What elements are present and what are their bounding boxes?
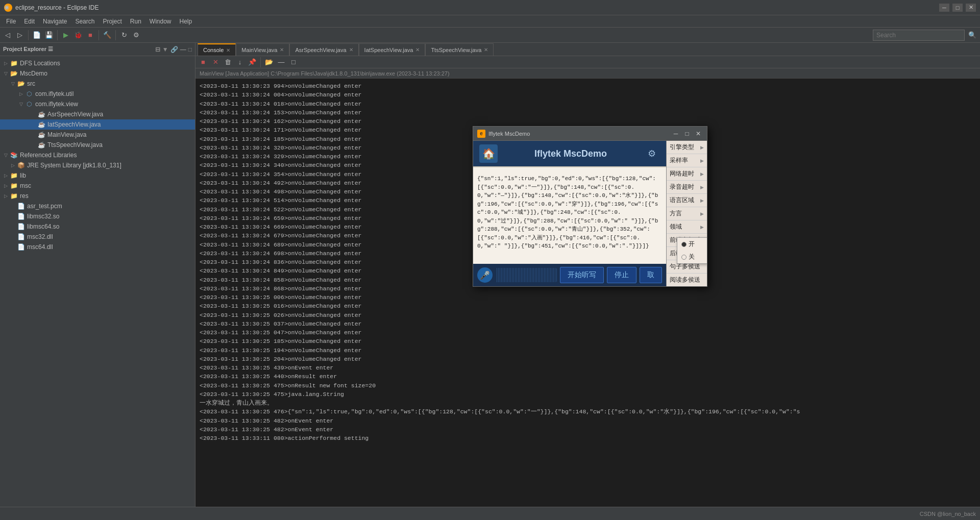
label-libmsc64: libmsc64.so <box>27 223 59 230</box>
tree-libmsc64[interactable]: 📄 libmsc64.so <box>0 221 195 232</box>
right-menu-item-0[interactable]: 引擎类型▶ <box>667 141 707 154</box>
right-menu-label-6: 领域 <box>670 222 682 231</box>
menu-navigate[interactable]: Navigate <box>39 17 71 26</box>
tree-tts[interactable]: ☕ TtsSpeechView.java <box>0 140 195 150</box>
tree-reflibs[interactable]: ▽ 📚 Referenced Libraries <box>0 150 195 160</box>
toolbar-new[interactable]: 📄 <box>31 30 42 41</box>
console-clear-btn[interactable]: 🗑 <box>222 57 233 68</box>
console-scroll-btn[interactable]: ↓ <box>234 57 246 68</box>
menu-run[interactable]: Run <box>126 17 145 26</box>
popup-take-button[interactable]: 取 <box>640 267 662 283</box>
tab-iat-close[interactable]: ✕ <box>415 47 420 53</box>
menu-edit[interactable]: Edit <box>20 17 39 26</box>
toolbar-settings[interactable]: ⚙ <box>131 30 142 41</box>
console-terminate-btn[interactable]: ✕ <box>210 57 221 68</box>
file-libmsc64-icon: 📄 <box>16 223 26 230</box>
tree-libmsc32[interactable]: 📄 libmsc32.so <box>0 211 195 221</box>
right-menu-item-10[interactable]: 阅读多侯送 <box>667 274 707 286</box>
right-menu-item-6[interactable]: 领域▶ <box>667 220 707 234</box>
title-bar: ◉ eclipse_resource - Eclipse IDE ─ □ ✕ <box>0 0 980 15</box>
popup-home-icon[interactable]: 🏠 <box>479 144 498 163</box>
sidebar-filter-icon[interactable]: ▼ <box>162 46 168 53</box>
tab-asr[interactable]: AsrSpeechView.java ✕ <box>289 43 358 56</box>
sidebar-collapse-icon[interactable]: ⊟ <box>155 46 160 53</box>
sidebar-maximize-icon[interactable]: □ <box>188 46 192 53</box>
arrow-res: ▷ <box>2 193 9 199</box>
console-line: <2023-03-11 13:30:25 185>onVolumeChanged… <box>200 337 976 345</box>
sidebar-title: Project Explorer ☰ <box>3 46 53 53</box>
toolbar-run[interactable]: ▶ <box>60 30 71 41</box>
console-maximize-btn[interactable]: □ <box>288 57 299 68</box>
tree-msc[interactable]: ▷ 📁 msc <box>0 181 195 191</box>
minimize-button[interactable]: ─ <box>939 4 949 12</box>
label-asr: AsrSpeechView.java <box>47 111 103 118</box>
tab-mainview[interactable]: MainView.java ✕ <box>236 43 289 56</box>
console-open-btn[interactable]: 📂 <box>263 57 275 68</box>
tree-dfs-locations[interactable]: ▷ 📁 DFS Locations <box>0 58 195 68</box>
tree-res[interactable]: ▷ 📁 res <box>0 191 195 201</box>
radio-off <box>681 255 687 260</box>
tab-iat-label: IatSpeechView.java <box>364 47 413 53</box>
close-button[interactable]: ✕ <box>966 4 976 12</box>
menu-help[interactable]: Help <box>176 17 197 26</box>
toolbar-debug[interactable]: 🐞 <box>72 30 84 41</box>
tree-msc64dll[interactable]: 📄 msc64.dll <box>0 242 195 252</box>
sidebar-link-icon[interactable]: 🔗 <box>170 46 178 53</box>
maximize-button[interactable]: □ <box>952 4 963 12</box>
label-msc64dll: msc64.dll <box>27 243 53 251</box>
tree-src[interactable]: ▽ 📂 src <box>0 79 195 89</box>
toolbar-build[interactable]: 🔨 <box>102 30 113 41</box>
tab-tts[interactable]: TtsSpeechView.java ✕ <box>425 43 494 56</box>
menu-window[interactable]: Window <box>145 17 176 26</box>
tab-tts-close[interactable]: ✕ <box>484 47 488 53</box>
tree-view[interactable]: ▽ ⬡ com.iflytek.view <box>0 99 195 109</box>
toolbar-stop[interactable]: ■ <box>85 30 96 41</box>
folder-dfs-icon: 📁 <box>9 60 18 67</box>
console-line: <2023-03-11 13:33:11 080>actionPerformed… <box>200 434 976 442</box>
tree-msc32dll[interactable]: 📄 msc32.dll <box>0 232 195 242</box>
popup-minimize-btn[interactable]: ─ <box>671 130 680 138</box>
toolbar-back[interactable]: ◁ <box>2 30 13 41</box>
tree-mainview[interactable]: ☕ MainView.java <box>0 130 195 140</box>
right-menu-item-2[interactable]: 网络超时▶ <box>667 167 707 181</box>
toolbar-refresh[interactable]: ↻ <box>118 30 130 41</box>
search-button[interactable]: 🔍 <box>967 30 978 41</box>
popup-mic-icon[interactable]: 🎤 <box>477 267 493 283</box>
java-mainview-icon: ☕ <box>37 131 46 138</box>
label-src: src <box>27 80 35 87</box>
menu-file[interactable]: File <box>2 17 20 26</box>
tab-console[interactable]: Console ✕ <box>198 43 236 56</box>
popup-settings-icon[interactable]: ⚙ <box>644 145 660 162</box>
sub-menu-on[interactable]: 开 <box>677 238 707 251</box>
popup-start-button[interactable]: 开始听写 <box>560 267 604 283</box>
sub-menu-off[interactable]: 关 <box>677 251 707 263</box>
console-stop-btn[interactable]: ■ <box>198 57 209 68</box>
tab-asr-close[interactable]: ✕ <box>349 47 353 53</box>
tab-mainview-close[interactable]: ✕ <box>280 47 284 53</box>
popup-close-btn[interactable]: ✕ <box>694 130 703 138</box>
popup-restore-btn[interactable]: □ <box>682 130 692 138</box>
right-menu-item-1[interactable]: 采样率▶ <box>667 154 707 167</box>
right-menu-item-5[interactable]: 方言▶ <box>667 207 707 220</box>
tab-console-close[interactable]: ✕ <box>226 47 230 53</box>
toolbar-fwd[interactable]: ▷ <box>14 30 26 41</box>
console-pin-btn[interactable]: 📌 <box>247 57 258 68</box>
right-menu-item-4[interactable]: 语言区域▶ <box>667 194 707 207</box>
tree-asr-pcm[interactable]: 📄 asr_test.pcm <box>0 201 195 211</box>
tree-asr[interactable]: ☕ AsrSpeechView.java <box>0 109 195 119</box>
tree-jre[interactable]: ▷ 📦 JRE System Library [jdk1.8.0_131] <box>0 160 195 170</box>
sidebar-minimize-icon[interactable]: — <box>180 46 186 53</box>
search-input[interactable] <box>873 30 965 41</box>
tree-iat[interactable]: ☕ IatSpeechView.java <box>0 119 195 130</box>
tab-iat[interactable]: IatSpeechView.java ✕ <box>359 43 426 56</box>
popup-audio-wave <box>496 268 557 282</box>
console-minimize-btn[interactable]: — <box>276 57 287 68</box>
menu-search[interactable]: Search <box>71 17 99 26</box>
right-menu-item-3[interactable]: 录音超时▶ <box>667 181 707 194</box>
toolbar-save[interactable]: 💾 <box>43 30 55 41</box>
tree-lib[interactable]: ▷ 📁 lib <box>0 170 195 181</box>
popup-stop-button[interactable]: 停止 <box>607 267 636 283</box>
menu-project[interactable]: Project <box>99 17 126 26</box>
tree-util[interactable]: ▷ ⬡ com.iflytek.util <box>0 89 195 99</box>
tree-mscdemo[interactable]: ▽ 📂 MscDemo <box>0 68 195 79</box>
